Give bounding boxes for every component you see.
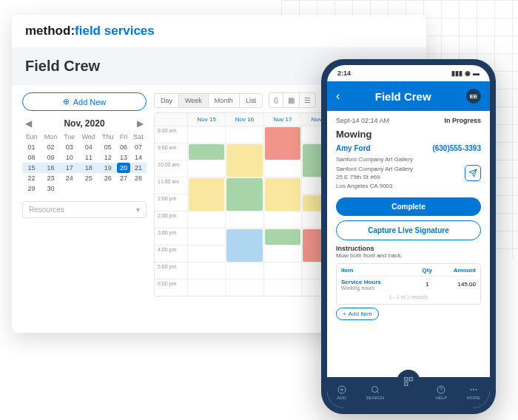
phone-time: 2:14 [337, 70, 351, 77]
calendar-day[interactable]: 17 [61, 163, 78, 173]
calendar-day[interactable]: 06 [117, 142, 130, 152]
view-tab-month[interactable]: Month [209, 94, 240, 107]
calendar-day[interactable]: 01 [22, 142, 41, 152]
navigate-button[interactable] [465, 165, 481, 181]
calendar-day[interactable]: 21 [130, 163, 147, 173]
schedule-cell[interactable] [187, 228, 225, 245]
resources-label: Resources [29, 206, 64, 214]
nav-more[interactable]: MORE [467, 385, 480, 400]
schedule-cell[interactable] [187, 177, 225, 194]
calendar-day[interactable]: 04 [78, 142, 99, 152]
calendar-day[interactable]: 11 [78, 152, 99, 163]
schedule-cell[interactable] [263, 177, 301, 194]
calendar-day[interactable] [99, 183, 117, 194]
nav-help[interactable]: HELP [436, 385, 448, 400]
calendar-day[interactable]: 28 [130, 173, 147, 183]
schedule-cell[interactable] [263, 245, 301, 262]
view-tab-list[interactable]: List [240, 94, 262, 107]
schedule-cell[interactable] [187, 245, 225, 262]
calendar-day[interactable]: 12 [99, 152, 117, 163]
schedule-cell[interactable] [187, 211, 225, 228]
schedule-cell[interactable] [263, 126, 301, 143]
grid-view-icon[interactable]: ▦ [283, 93, 300, 107]
schedule-cell[interactable] [187, 262, 225, 279]
calendar-day[interactable]: 27 [117, 173, 130, 183]
addr-line3: Los Angeles CA 9003 [336, 182, 413, 190]
calendar-day[interactable]: 15 [22, 163, 41, 173]
schedule-cell[interactable] [263, 228, 301, 245]
table-row[interactable]: Service Hours Working hours 1 145.00 [341, 277, 476, 293]
print-icon[interactable]: ⎙ [269, 93, 283, 107]
view-tab-week[interactable]: Week [179, 94, 209, 107]
list-view-icon[interactable]: ☰ [300, 93, 315, 107]
time-label: 5:00 pm [155, 262, 187, 279]
chevron-down-icon: ▾ [136, 206, 140, 214]
schedule-cell[interactable] [263, 262, 301, 279]
battery-icon: ▬ [473, 70, 480, 77]
logo-field-services: field services [75, 24, 155, 38]
schedule-cell[interactable] [187, 194, 225, 211]
resources-dropdown[interactable]: Resources ▾ [22, 201, 147, 218]
add-item-button[interactable]: + Add Item [336, 308, 379, 320]
appointment-block[interactable] [265, 229, 300, 245]
calendar-day[interactable]: 07 [130, 142, 147, 152]
calendar-day[interactable]: 19 [99, 163, 117, 173]
customer-phone-link[interactable]: (630)555-3393 [432, 144, 481, 152]
prev-month-button[interactable]: ◀ [22, 118, 35, 129]
calendar-day[interactable]: 10 [61, 152, 78, 163]
calendar-day[interactable]: 29 [22, 183, 41, 194]
schedule-cell[interactable] [225, 177, 263, 194]
calendar-day[interactable]: 25 [78, 173, 99, 183]
schedule-cell[interactable] [225, 245, 263, 262]
calendar-day[interactable]: 08 [22, 152, 41, 163]
calendar-day[interactable]: 20 [117, 163, 130, 173]
schedule-cell[interactable] [263, 280, 301, 296]
calendar-day[interactable]: 09 [41, 152, 61, 163]
calendar-day[interactable]: 30 [41, 183, 61, 194]
schedule-cell[interactable] [225, 143, 263, 160]
calendar-day[interactable]: 02 [41, 142, 61, 152]
nav-search[interactable]: SEARCH [366, 385, 384, 400]
calendar-day[interactable]: 18 [78, 163, 99, 173]
capture-signature-button[interactable]: Capture Live Signature [336, 220, 481, 240]
calendar-day[interactable] [61, 183, 78, 194]
schedule-cell[interactable] [225, 160, 263, 177]
calendar-day[interactable]: 14 [130, 152, 147, 163]
calendar-day[interactable]: 16 [41, 163, 61, 173]
mini-calendar: SunMonTueWedThuFriSat 010203040506070809… [22, 132, 147, 194]
nav-add[interactable]: ADD [337, 385, 346, 400]
calendar-day[interactable]: 22 [22, 173, 41, 183]
schedule-cell[interactable] [225, 194, 263, 211]
view-tab-day[interactable]: Day [155, 94, 179, 107]
schedule-cell[interactable] [263, 211, 301, 228]
avatar[interactable]: EE [466, 89, 481, 104]
appointment-block[interactable] [189, 144, 224, 160]
complete-button[interactable]: Complete [336, 197, 481, 216]
calendar-day[interactable]: 26 [99, 173, 117, 183]
schedule-cell[interactable] [225, 262, 263, 279]
schedule-cell[interactable] [187, 160, 225, 177]
back-button[interactable]: ‹ [336, 89, 340, 103]
calendar-day[interactable]: 23 [41, 173, 61, 183]
schedule-cell[interactable] [263, 194, 301, 211]
schedule-cell[interactable] [263, 160, 301, 177]
calendar-day[interactable]: 24 [61, 173, 78, 183]
next-month-button[interactable]: ▶ [134, 118, 147, 129]
logo-method: method: [25, 24, 75, 38]
schedule-cell[interactable] [263, 143, 301, 160]
calendar-day[interactable]: 03 [61, 142, 78, 152]
calendar-day[interactable] [117, 183, 130, 194]
schedule-cell[interactable] [225, 228, 263, 245]
schedule-cell[interactable] [225, 280, 263, 296]
calendar-day[interactable]: 05 [99, 142, 117, 152]
schedule-cell[interactable] [225, 211, 263, 228]
customer-name-link[interactable]: Amy Ford [336, 144, 371, 152]
calendar-day[interactable] [130, 183, 147, 194]
schedule-cell[interactable] [187, 280, 225, 296]
calendar-day[interactable]: 13 [117, 152, 130, 163]
schedule-cell[interactable] [187, 143, 225, 160]
calendar-day[interactable] [78, 183, 99, 194]
schedule-cell[interactable] [225, 126, 263, 143]
add-new-button[interactable]: ⊕ Add New [22, 92, 147, 111]
schedule-cell[interactable] [187, 126, 225, 143]
